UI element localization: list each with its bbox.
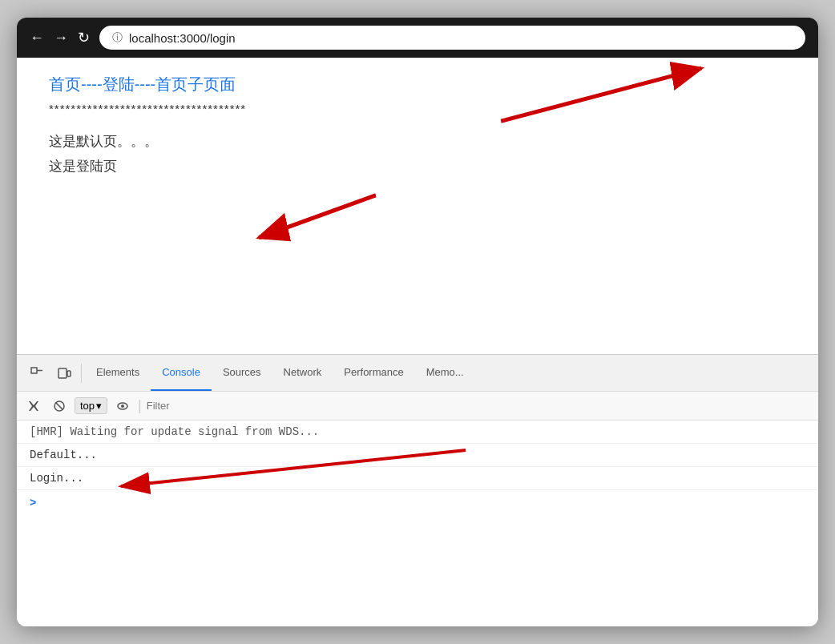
devtools-panel: Elements Console Sources Network Perform… xyxy=(17,354,818,626)
tab-network[interactable]: Network xyxy=(272,355,333,391)
top-label: top xyxy=(80,400,95,412)
tab-sources[interactable]: Sources xyxy=(212,355,272,391)
eye-button[interactable] xyxy=(112,397,133,415)
info-icon: ⓘ xyxy=(112,30,123,45)
device-toggle-button[interactable] xyxy=(50,361,78,385)
console-log: [HMR] Waiting for update signal from WDS… xyxy=(17,421,818,626)
page-title-link[interactable]: 首页----登陆----首页子页面 xyxy=(49,75,236,93)
clear-console-button[interactable] xyxy=(23,397,44,415)
log-line-login: Login... xyxy=(17,467,818,490)
svg-rect-5 xyxy=(31,368,37,373)
inspect-element-button[interactable] xyxy=(23,361,50,385)
tab-performance[interactable]: Performance xyxy=(333,355,414,391)
svg-line-4 xyxy=(259,195,376,238)
back-button[interactable]: ← xyxy=(30,30,44,45)
devtools-tabs: Elements Console Sources Network Perform… xyxy=(17,355,818,392)
stars-line: ************************************ xyxy=(49,102,786,115)
tab-elements[interactable]: Elements xyxy=(85,355,151,391)
page-desc-line1: 这是默认页。。。 xyxy=(49,130,786,155)
browser-window: ← → ↻ ⓘ localhost:3000/login 首页----登陆---… xyxy=(17,18,818,626)
svg-marker-9 xyxy=(29,401,38,411)
dropdown-arrow-icon: ▾ xyxy=(96,400,102,412)
console-toolbar: top ▾ | xyxy=(17,392,818,421)
tab-console[interactable]: Console xyxy=(151,355,212,391)
tab-divider xyxy=(81,364,82,383)
svg-rect-8 xyxy=(67,371,71,376)
forward-button[interactable]: → xyxy=(54,30,68,45)
block-messages-button[interactable] xyxy=(49,397,70,415)
log-line-default: Default... xyxy=(17,444,818,467)
refresh-button[interactable]: ↻ xyxy=(78,30,90,45)
top-selector[interactable]: top ▾ xyxy=(75,397,107,414)
filter-separator: | xyxy=(138,397,142,414)
svg-line-11 xyxy=(56,402,63,409)
prompt-chevron: > xyxy=(30,497,36,509)
console-prompt[interactable]: > xyxy=(17,490,818,516)
page-desc-line2: 这是登陆页 xyxy=(49,155,786,179)
url-text: localhost:3000/login xyxy=(129,31,236,45)
page-content: 首页----登陆----首页子页面 **********************… xyxy=(17,58,818,354)
address-bar: ← → ↻ ⓘ localhost:3000/login xyxy=(17,18,818,58)
filter-input[interactable] xyxy=(147,400,812,412)
svg-rect-7 xyxy=(58,368,67,378)
svg-point-13 xyxy=(121,405,124,408)
log-line-hmr: [HMR] Waiting for update signal from WDS… xyxy=(17,421,818,444)
url-bar[interactable]: ⓘ localhost:3000/login xyxy=(99,26,805,50)
tab-memory[interactable]: Memo... xyxy=(415,355,475,391)
